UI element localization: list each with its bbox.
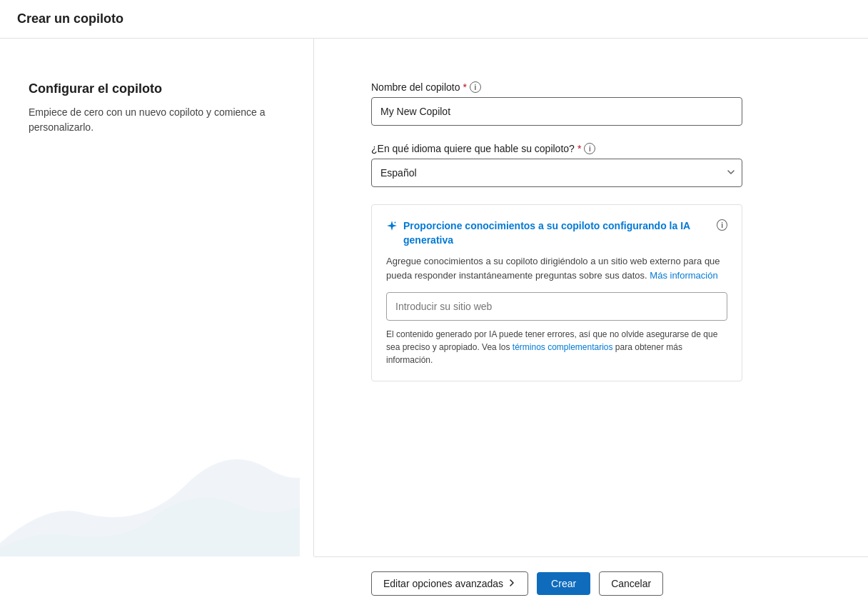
knowledge-info-icon[interactable]: i bbox=[717, 219, 727, 231]
knowledge-header: Proporcione conocimientos a su copiloto … bbox=[386, 219, 727, 247]
left-panel-description: Empiece de cero con un nuevo copiloto y … bbox=[29, 105, 285, 135]
copilot-name-info-icon[interactable]: i bbox=[470, 81, 481, 93]
knowledge-description: Agregue conocimientos a su copiloto diri… bbox=[386, 254, 727, 282]
create-button[interactable]: Crear bbox=[537, 572, 590, 595]
language-select[interactable]: Español English Français Deutsch Italian… bbox=[371, 159, 742, 187]
language-required-indicator: * bbox=[577, 143, 581, 154]
right-panel: Nombre del copiloto * i ¿En qué idioma q… bbox=[314, 39, 868, 556]
language-select-wrapper: Español English Français Deutsch Italian… bbox=[371, 159, 742, 187]
knowledge-title-row: Proporcione conocimientos a su copiloto … bbox=[386, 219, 717, 247]
language-info-icon[interactable]: i bbox=[584, 143, 595, 154]
language-label: ¿En qué idioma quiere que hable su copil… bbox=[371, 143, 811, 154]
required-indicator: * bbox=[463, 81, 467, 93]
advanced-options-button[interactable]: Editar opciones avanzadas bbox=[371, 571, 528, 596]
copilot-name-label: Nombre del copiloto * i bbox=[371, 81, 811, 93]
copilot-name-input[interactable] bbox=[371, 97, 742, 126]
knowledge-card: Proporcione conocimientos a su copiloto … bbox=[371, 204, 742, 381]
cancel-button[interactable]: Cancelar bbox=[599, 571, 663, 596]
knowledge-card-title: Proporcione conocimientos a su copiloto … bbox=[403, 219, 717, 247]
ai-sparkle-icon bbox=[386, 220, 398, 234]
knowledge-more-link[interactable]: Más información bbox=[650, 270, 717, 281]
wave-decoration bbox=[0, 342, 300, 556]
terms-link[interactable]: términos complementarios bbox=[513, 342, 613, 352]
left-panel: Configurar el copiloto Empiece de cero c… bbox=[0, 39, 314, 556]
language-field-group: ¿En qué idioma quiere que hable su copil… bbox=[371, 143, 811, 187]
copilot-name-field-group: Nombre del copiloto * i bbox=[371, 81, 811, 126]
form-section: Nombre del copiloto * i ¿En qué idioma q… bbox=[371, 81, 811, 556]
svg-point-0 bbox=[395, 222, 396, 224]
page-title: Crear un copiloto bbox=[17, 11, 851, 26]
chevron-right-icon bbox=[508, 578, 516, 589]
website-input[interactable] bbox=[386, 292, 727, 321]
disclaimer-text: El contenido generado por IA puede tener… bbox=[386, 328, 727, 366]
footer-bar: Editar opciones avanzadas Crear Cancelar bbox=[314, 556, 868, 610]
left-panel-title: Configurar el copiloto bbox=[29, 81, 285, 96]
